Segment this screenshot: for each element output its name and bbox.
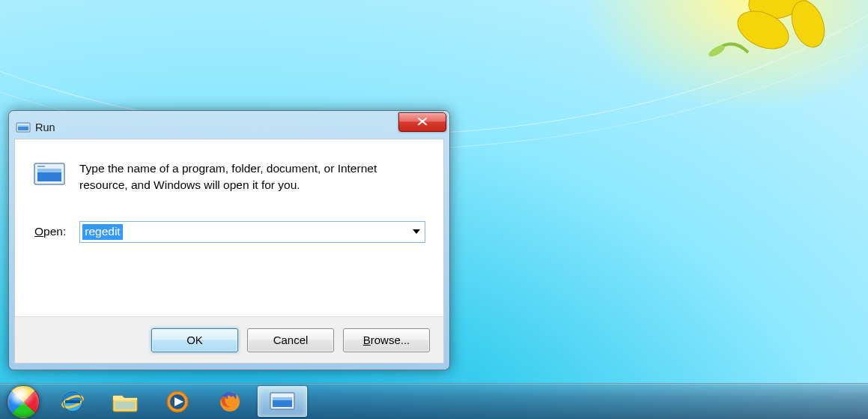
dialog-description: Type the name of a program, folder, docu… [79, 160, 425, 194]
svg-rect-6 [18, 125, 28, 127]
run-taskbar-icon [268, 389, 297, 415]
open-combobox[interactable]: regedit [79, 221, 425, 243]
windows-logo-icon [7, 385, 40, 418]
dropdown-button[interactable] [408, 222, 425, 242]
close-button[interactable] [398, 112, 446, 132]
wallpaper-flower [696, 0, 831, 67]
folder-icon [111, 389, 139, 415]
svg-rect-21 [273, 397, 292, 400]
browse-button[interactable]: Browse... [343, 328, 430, 352]
dialog-client-area: Type the name of a program, folder, docu… [14, 139, 444, 364]
chevron-down-icon [413, 229, 420, 234]
svg-rect-14 [65, 400, 80, 403]
close-icon [416, 116, 428, 128]
open-input-selection: regedit [82, 224, 122, 240]
svg-point-2 [786, 0, 830, 52]
svg-point-0 [744, 0, 812, 25]
run-dialog-window: Run Type the name of a program, folder, … [8, 110, 450, 370]
media-player-icon [163, 389, 192, 415]
svg-rect-10 [37, 166, 45, 167]
taskbar-item-explorer[interactable] [100, 386, 150, 417]
ok-button[interactable]: OK [151, 328, 238, 352]
firefox-icon [216, 389, 244, 415]
open-label: Open: [34, 225, 66, 238]
taskbar-item-media-player[interactable] [153, 386, 202, 417]
svg-rect-9 [37, 169, 61, 172]
svg-point-3 [707, 43, 726, 59]
run-large-icon [33, 160, 66, 189]
taskbar [0, 383, 868, 419]
taskbar-item-ie[interactable] [48, 386, 97, 417]
start-button[interactable] [0, 384, 46, 419]
svg-point-1 [732, 4, 795, 56]
internet-explorer-icon [58, 389, 87, 415]
titlebar[interactable]: Run [14, 116, 444, 139]
taskbar-item-run[interactable] [258, 386, 307, 417]
window-title: Run [35, 121, 55, 133]
open-input[interactable] [80, 222, 408, 242]
cancel-button[interactable]: Cancel [247, 328, 334, 352]
run-icon [16, 121, 31, 133]
taskbar-item-firefox[interactable] [205, 386, 255, 417]
svg-rect-15 [115, 402, 135, 409]
dialog-button-row: OK Cancel Browse... [15, 316, 443, 363]
